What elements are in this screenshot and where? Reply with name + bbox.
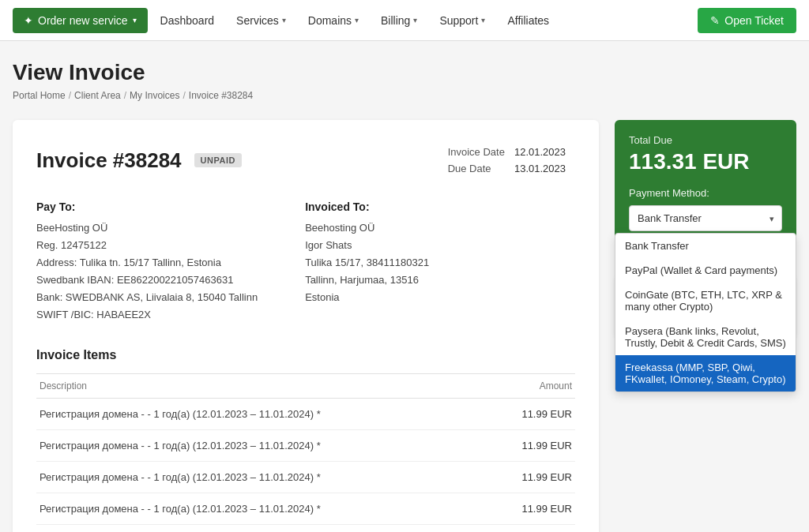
breadcrumb-sep3: / [182,90,185,101]
billing-caret-icon: ▾ [413,16,417,24]
invoiced-to-label: Invoiced To: [305,200,429,213]
pay-to-content: BeeHosting OÜ Reg. 12475122 Address: Tul… [36,219,258,324]
open-ticket-button[interactable]: ✎ Open Ticket [698,8,796,33]
item-description-1: Регистрация домена - - 1 год(а) (12.01.2… [36,429,487,461]
invoice-layout: Invoice #38284 UNPAID Invoice Date 12.01… [13,120,796,532]
invoiced-to-content: Beehosting OÜ Igor Shats Tulika 15/17, 3… [305,219,429,306]
nav-domains[interactable]: Domains ▾ [299,8,368,33]
invoice-card: Invoice #38284 UNPAID Invoice Date 12.01… [13,120,599,532]
table-row: Регистрация домена - - 1 год(а) (12.01.2… [36,461,575,493]
breadcrumb: Portal Home / Client Area / My Invoices … [13,90,796,101]
item-amount-1: 11.99 EUR [487,429,575,461]
page-title: View Invoice [13,60,796,85]
item-amount-0: 11.99 EUR [487,398,575,429]
due-date-label: Due Date [448,160,514,177]
col-amount: Amount [487,373,575,398]
invoice-number: Invoice #38284 [36,148,182,173]
nav-affiliates[interactable]: Affiliates [498,8,559,33]
payment-dropdown-popup: Bank Transfer PayPal (Wallet & Card paym… [615,233,796,392]
table-row: Регистрация домена - - 1 год(а) (12.01.2… [36,493,575,524]
order-new-service-button[interactable]: ✦ Order new service ▾ [13,8,148,33]
option-paypal-item[interactable]: PayPal (Wallet & Card payments) [615,258,796,283]
nav-support[interactable]: Support ▾ [430,8,495,33]
navbar: ✦ Order new service ▾ Dashboard Services… [0,0,809,41]
invoice-dates: Invoice Date 12.01.2023 Due Date 13.01.2… [448,144,575,177]
support-caret-icon: ▾ [481,16,485,24]
invoiced-to-block: Invoiced To: Beehosting OÜ Igor Shats Tu… [305,200,429,324]
item-amount-3: 11.99 EUR [487,493,575,524]
item-amount-2: 11.99 EUR [487,461,575,493]
total-due-label: Total Due [629,134,782,146]
invoice-parties: Pay To: BeeHosting OÜ Reg. 12475122 Addr… [36,200,575,324]
table-row: Регистрация домена - - 1 год(а) (12.01.2… [36,398,575,429]
order-button-label: Order new service [38,14,128,27]
order-caret-icon: ▾ [133,16,137,24]
main-content: View Invoice Portal Home / Client Area /… [0,41,809,532]
breadcrumb-portal-home[interactable]: Portal Home [13,90,66,101]
option-coingate-item[interactable]: CoinGate (BTC, ETH, LTC, XRP & many othe… [615,283,796,319]
right-panel: Total Due 113.31 EUR Payment Method: Ban… [615,120,796,339]
payment-method-label: Payment Method: [629,187,782,199]
domains-caret-icon: ▾ [355,16,359,24]
due-date-value: 13.01.2023 [514,160,575,177]
total-due-card: Total Due 113.31 EUR Payment Method: Ban… [615,120,796,263]
option-paysera-item[interactable]: Paysera (Bank links, Revolut, Trustly, D… [615,319,796,355]
col-description: Description [36,373,487,398]
nav-services[interactable]: Services ▾ [227,8,295,33]
payment-method-select[interactable]: Bank Transfer [629,205,782,231]
breadcrumb-sep1: / [69,90,71,101]
invoice-header: Invoice #38284 UNPAID Invoice Date 12.01… [36,144,575,177]
order-icon: ✦ [24,14,33,27]
item-description-2: Регистрация домена - - 1 год(а) (12.01.2… [36,461,487,493]
pay-to-block: Pay To: BeeHosting OÜ Reg. 12475122 Addr… [36,200,258,324]
invoice-date-value: 12.01.2023 [514,144,575,160]
breadcrumb-current: Invoice #38284 [189,90,253,101]
breadcrumb-sep2: / [124,90,126,101]
services-caret-icon: ▾ [282,16,286,24]
invoice-date-label: Invoice Date [448,144,514,160]
ticket-icon: ✎ [710,14,720,27]
status-badge: UNPAID [194,153,242,167]
payment-dropdown-wrapper: Bank Transfer ▾ Bank Transfer PayPal (Wa… [629,205,782,231]
item-description-0: Регистрация домена - - 1 год(а) (12.01.2… [36,398,487,429]
pay-to-label: Pay To: [36,200,258,213]
nav-dashboard[interactable]: Dashboard [151,8,224,33]
table-row: Регистрация домена - - 1 год(а) (12.01.2… [36,429,575,461]
invoice-table: Description Amount Регистрация домена - … [36,373,575,525]
option-freekassa-item[interactable]: Freekassa (MMP, SBP, Qiwi, FKwallet, IOm… [615,355,796,392]
item-description-3: Регистрация домена - - 1 год(а) (12.01.2… [36,493,487,524]
nav-billing[interactable]: Billing ▾ [371,8,427,33]
option-bank-transfer-item[interactable]: Bank Transfer [615,234,796,258]
total-due-amount: 113.31 EUR [629,149,782,174]
breadcrumb-my-invoices[interactable]: My Invoices [130,90,179,101]
invoice-items-title: Invoice Items [36,348,575,362]
breadcrumb-client-area[interactable]: Client Area [74,90,121,101]
